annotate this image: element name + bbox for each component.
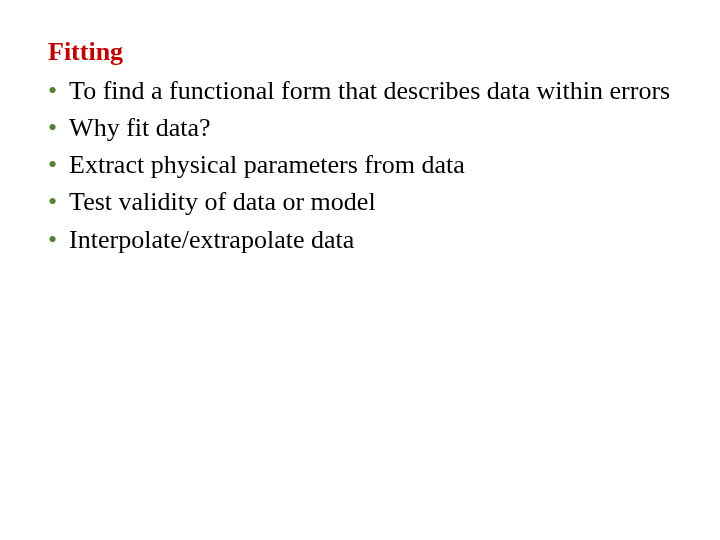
- slide-content: Fitting • To find a functional form that…: [48, 36, 672, 257]
- bullet-text: Interpolate/extrapolate data: [69, 222, 672, 257]
- bullet-text: Test validity of data or model: [69, 184, 672, 219]
- bullet-text: Why fit data?: [69, 110, 672, 145]
- bullet-icon: •: [48, 184, 57, 219]
- list-item: • Test validity of data or model: [48, 184, 672, 219]
- bullet-icon: •: [48, 110, 57, 145]
- list-item: • Why fit data?: [48, 110, 672, 145]
- list-item: • Interpolate/extrapolate data: [48, 222, 672, 257]
- bullet-icon: •: [48, 147, 57, 182]
- bullet-text: To find a functional form that describes…: [69, 73, 672, 108]
- list-item: • Extract physical parameters from data: [48, 147, 672, 182]
- bullet-icon: •: [48, 222, 57, 257]
- slide-title: Fitting: [48, 36, 672, 67]
- bullet-list: • To find a functional form that describ…: [48, 73, 672, 256]
- bullet-icon: •: [48, 73, 57, 108]
- bullet-text: Extract physical parameters from data: [69, 147, 672, 182]
- list-item: • To find a functional form that describ…: [48, 73, 672, 108]
